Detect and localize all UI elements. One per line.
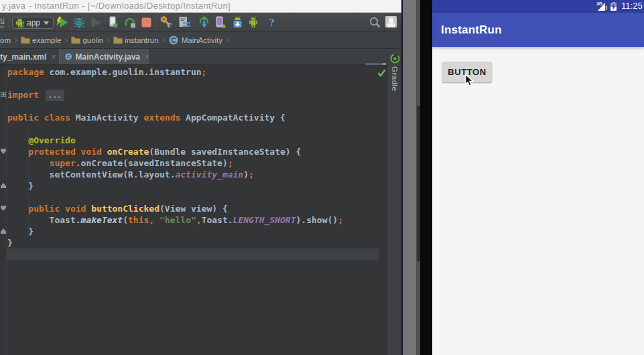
stop-icon[interactable] xyxy=(141,17,151,27)
close-icon[interactable]: × xyxy=(145,52,149,62)
code-line[interactable]: super.onCreate(savedInstanceState); xyxy=(7,157,233,169)
code-line[interactable]: public void buttonClicked(View view) { xyxy=(7,203,228,214)
code-token: MainActivity xyxy=(70,113,144,123)
code-token xyxy=(39,90,44,100)
background-scrollbar-thumb[interactable] xyxy=(417,106,420,261)
chevron-right-icon xyxy=(63,38,68,42)
debug-icon[interactable] xyxy=(73,17,85,28)
sdk-manager-icon[interactable] xyxy=(232,16,243,28)
code-editor[interactable]: package com.example.guolin.instantrun;im… xyxy=(0,65,387,355)
toolbar-separator xyxy=(9,16,9,28)
attach-debugger-icon[interactable] xyxy=(107,16,119,28)
breadcrumb-item[interactable]: example xyxy=(21,36,61,44)
chevron-right-icon xyxy=(161,38,166,42)
tab-label: MainActivity.java xyxy=(76,52,140,62)
code-token xyxy=(7,158,50,168)
mouse-cursor xyxy=(464,74,474,88)
background-window-strip xyxy=(403,0,416,355)
close-icon[interactable]: × xyxy=(51,52,56,62)
inspection-ok-icon[interactable] xyxy=(377,68,386,80)
code-line[interactable]: protected void onCreate(Bundle savedInst… xyxy=(7,146,301,157)
code-token: import xyxy=(7,90,39,100)
code-token: } xyxy=(7,181,34,191)
screenshot: y.java - InstantRun - [~/Downloads/Deskt… xyxy=(0,0,644,355)
gradle-tool-window-button[interactable]: Gradle xyxy=(387,54,402,92)
code-token: ) xyxy=(243,169,249,180)
window-title: y.java - InstantRun - [~/Downloads/Deskt… xyxy=(2,1,231,11)
fold-marker-plus-icon[interactable] xyxy=(1,92,6,97)
android-icon xyxy=(15,17,25,28)
svg-text:01: 01 xyxy=(0,25,5,29)
emulator-app-content: BUTTON xyxy=(432,47,644,355)
code-token: onCreate xyxy=(107,147,149,157)
breadcrumb-item[interactable]: om xyxy=(0,36,11,44)
code-line[interactable]: @Override xyxy=(7,135,76,146)
code-token: setContentView(R.layout. xyxy=(7,169,175,180)
code-token: ; xyxy=(338,215,343,225)
code-token: com.example.guolin.instantrun xyxy=(44,67,202,77)
code-token: Toast. xyxy=(7,215,81,225)
window-gap xyxy=(401,0,432,355)
window-titlebar[interactable]: y.java - InstantRun - [~/Downloads/Deskt… xyxy=(0,0,401,13)
breadcrumb-label: om xyxy=(0,36,11,44)
code-line[interactable]: public class MainActivity extends AppCom… xyxy=(7,112,285,123)
breadcrumb-label: instantrun xyxy=(125,36,159,44)
code-line[interactable]: setContentView(R.layout.activity_main); xyxy=(7,169,254,180)
code-token: public void xyxy=(28,204,86,214)
help-icon[interactable]: ? xyxy=(268,16,277,28)
svg-text:?: ? xyxy=(269,16,275,28)
code-line[interactable]: import ... xyxy=(7,89,64,100)
breadcrumb-item[interactable]: C MainActivity xyxy=(169,36,222,45)
no-internet-indicator: ! xyxy=(605,5,607,11)
tab-mainactivity-java[interactable]: C MainActivity.java × xyxy=(59,49,150,64)
code-token: extends xyxy=(144,113,181,123)
svg-text:C: C xyxy=(67,54,71,60)
wrench-icon[interactable] xyxy=(160,16,172,28)
code-token: } xyxy=(7,238,13,248)
binary-icon[interactable]: 01 10 01 xyxy=(0,17,7,28)
rerun-icon[interactable] xyxy=(124,17,137,28)
class-icon: C xyxy=(65,52,72,61)
avatar-icon[interactable] xyxy=(385,16,397,27)
gradle-icon xyxy=(390,54,400,64)
gradle-tool-window-label: Gradle xyxy=(391,66,399,92)
code-token: , xyxy=(149,215,154,225)
breadcrumb-label: MainActivity xyxy=(182,36,222,44)
avd-manager-icon[interactable] xyxy=(214,16,227,28)
svg-text:C: C xyxy=(171,37,176,44)
code-token: public class xyxy=(7,113,70,123)
search-icon[interactable] xyxy=(369,17,381,28)
android-monitor-icon[interactable] xyxy=(248,16,259,28)
code-token: @Override xyxy=(28,135,75,145)
code-token: AppCompatActivity { xyxy=(180,113,285,123)
code-token: package xyxy=(7,67,44,77)
code-token: ( xyxy=(123,215,128,225)
cellular-signal-icon: 3G ! xyxy=(596,1,607,11)
right-tool-window-strip: Gradle xyxy=(387,49,401,355)
coverage-icon[interactable] xyxy=(90,17,102,28)
code-line[interactable]: Toast.makeText(this, "hello",Toast.LENGT… xyxy=(7,214,343,226)
run-icon[interactable] xyxy=(56,17,68,28)
project-structure-icon[interactable] xyxy=(178,16,190,28)
code-token: protected void xyxy=(28,147,102,157)
breadcrumb-label: example xyxy=(32,36,61,44)
breadcrumb-item[interactable]: instantrun xyxy=(113,36,159,44)
code-line[interactable]: } xyxy=(7,180,34,192)
code-line[interactable]: } xyxy=(7,226,34,237)
tab-activity-main-xml[interactable]: ty_main.xml × xyxy=(0,49,58,64)
code-token: makeText xyxy=(81,215,123,225)
folder-icon xyxy=(71,36,80,44)
gradle-sync-icon[interactable] xyxy=(198,16,210,29)
breadcrumb-item[interactable]: guolin xyxy=(71,36,103,44)
code-line[interactable]: package com.example.guolin.instantrun; xyxy=(7,66,206,78)
folder-icon xyxy=(21,36,30,44)
signal-triangle-icon xyxy=(598,3,605,11)
code-token xyxy=(7,135,28,145)
chevron-right-icon xyxy=(224,38,229,42)
android-studio-window: y.java - InstantRun - [~/Downloads/Deskt… xyxy=(0,0,401,355)
run-configuration-select[interactable]: app xyxy=(12,17,54,29)
code-line[interactable]: } xyxy=(7,237,13,248)
code-token: ... xyxy=(46,90,64,101)
code-token: Toast. xyxy=(202,215,233,225)
code-token: (View view) { xyxy=(159,204,228,214)
